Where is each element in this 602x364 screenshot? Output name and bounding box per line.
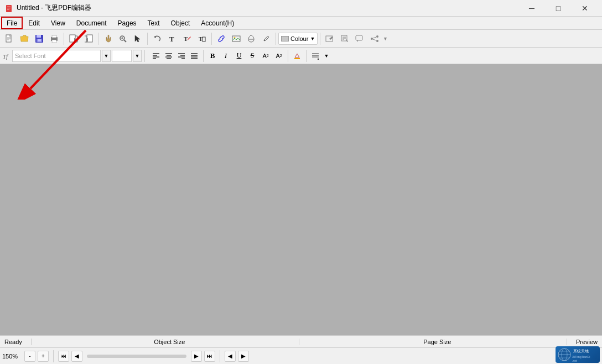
font-select[interactable]: Select Font (12, 50, 101, 62)
hand-tool-button[interactable] (101, 32, 115, 46)
bottom-bar: 150% - + ⏮ ◀ ▶ ⏭ ◀ ▶ 系统天地 XiTongTianDi (0, 347, 602, 364)
paragraph-icon (312, 52, 319, 60)
svg-rect-13 (52, 35, 56, 38)
object-size-label: Object Size (31, 339, 299, 345)
export-tools-group (66, 32, 96, 46)
scroll-left-button[interactable]: ◀ (225, 351, 236, 362)
menu-account[interactable]: Account(H) (195, 17, 240, 29)
svg-line-18 (124, 40, 126, 42)
link-button[interactable] (214, 32, 229, 46)
zoom-plus-button[interactable]: + (38, 351, 49, 362)
right-btn4[interactable] (367, 32, 382, 46)
right-btn3[interactable] (352, 32, 367, 46)
strikethrough-button[interactable]: S (246, 50, 258, 62)
print-icon (50, 34, 59, 43)
underline-button[interactable]: U (233, 50, 245, 62)
menu-object[interactable]: Object (165, 17, 196, 29)
menu-text[interactable]: Text (142, 17, 165, 29)
align-right-button[interactable] (175, 50, 188, 62)
menu-view[interactable]: View (45, 17, 71, 29)
svg-line-38 (373, 37, 376, 38)
maximize-button[interactable]: □ (546, 0, 571, 17)
edit-tools-group: T T T (150, 32, 209, 46)
paragraph-dropdown[interactable]: ▼ (323, 50, 330, 62)
superscript-button[interactable]: A2 (260, 50, 272, 62)
comment-icon (355, 34, 364, 43)
right-btn2[interactable] (338, 32, 352, 46)
paragraph-button[interactable] (309, 50, 321, 62)
zoom-icon (118, 34, 127, 43)
menu-edit[interactable]: Edit (23, 17, 45, 29)
select-button[interactable] (131, 32, 145, 46)
text-separator-1 (144, 50, 145, 62)
align-left-icon (152, 52, 160, 60)
annotation-icon (340, 34, 349, 43)
menu-document[interactable]: Document (71, 17, 112, 29)
save-icon (35, 34, 44, 43)
save-button[interactable] (32, 32, 46, 46)
hand-icon (103, 34, 112, 43)
last-page-button[interactable]: ⏭ (204, 351, 215, 362)
align-justify-button[interactable] (188, 50, 200, 62)
image-button[interactable] (229, 32, 243, 46)
svg-point-37 (376, 40, 378, 42)
red-arrow-annotation (17, 64, 89, 100)
markup-tools-group (214, 32, 273, 46)
import-button[interactable] (81, 32, 96, 46)
select-icon (133, 34, 142, 43)
colour-button[interactable]: Colour ▼ (278, 33, 318, 45)
subscript-button[interactable]: A2 (273, 50, 285, 62)
share-icon (370, 34, 379, 43)
symbol-button[interactable] (244, 32, 258, 46)
undo-button[interactable] (150, 32, 164, 46)
svg-rect-34 (356, 35, 362, 40)
zoom-button[interactable] (116, 32, 130, 46)
italic-button[interactable]: I (220, 50, 232, 62)
text-edit-button[interactable]: T (180, 32, 194, 46)
menu-pages[interactable]: Pages (112, 17, 142, 29)
separator-3 (147, 33, 148, 45)
font-size-arrow[interactable]: ▼ (133, 50, 142, 62)
svg-text:Tf: Tf (3, 53, 9, 60)
font-select-arrow[interactable]: ▼ (102, 50, 111, 62)
right-tools-group: ▼ (323, 32, 388, 46)
text-field-icon: T (198, 34, 206, 43)
print-button[interactable] (47, 32, 61, 46)
status-bar: Ready Object Size Page Size Preview (0, 335, 602, 347)
highlight-button[interactable] (291, 50, 303, 62)
scroll-right-button[interactable]: ▶ (238, 351, 249, 362)
align-left-button[interactable] (150, 50, 162, 62)
pen-button[interactable] (259, 32, 273, 46)
minimize-button[interactable]: ─ (519, 0, 544, 17)
link-icon (217, 34, 226, 43)
separator-6 (320, 33, 320, 45)
zoom-minus-button[interactable]: - (24, 351, 35, 362)
svg-text:系统天地: 系统天地 (573, 349, 589, 353)
status-preview: Preview (567, 339, 598, 345)
app-icon (4, 4, 13, 13)
close-button[interactable]: ✕ (572, 0, 598, 17)
next-page-button[interactable]: ▶ (191, 351, 202, 362)
separator-5 (276, 33, 276, 45)
export-button[interactable] (66, 32, 81, 46)
prev-page-button[interactable]: ◀ (71, 351, 82, 362)
text-tool-button[interactable]: T (165, 32, 179, 46)
align-center-button[interactable] (163, 50, 175, 62)
separator-2 (98, 33, 98, 45)
bottom-separator-2 (220, 350, 220, 362)
font-size-box[interactable] (112, 50, 132, 62)
text-tool-icon: T (168, 34, 177, 43)
bold-button[interactable]: B (206, 50, 219, 62)
separator-1 (64, 33, 64, 45)
page-slider[interactable] (87, 355, 186, 358)
open-icon (20, 34, 29, 43)
menu-file[interactable]: File (1, 17, 23, 29)
right-btn5[interactable]: ▼ (382, 32, 388, 46)
text-field-button[interactable]: T (195, 32, 209, 46)
first-page-button[interactable]: ⏮ (58, 351, 69, 362)
title-bar-controls: ─ □ ✕ (519, 0, 598, 17)
open-button[interactable] (17, 32, 32, 46)
new-button[interactable] (2, 32, 17, 46)
svg-line-39 (373, 39, 376, 40)
right-btn1[interactable] (323, 32, 337, 46)
